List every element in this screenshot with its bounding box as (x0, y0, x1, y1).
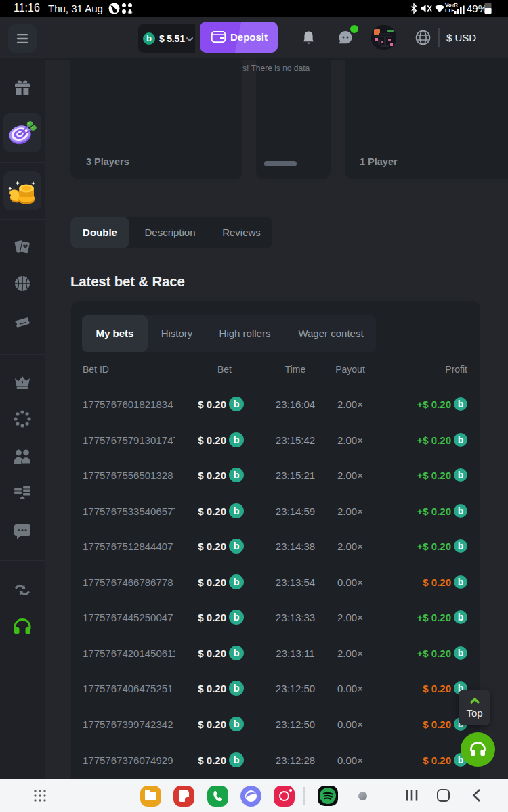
svg-text:R: R (454, 2, 458, 8)
